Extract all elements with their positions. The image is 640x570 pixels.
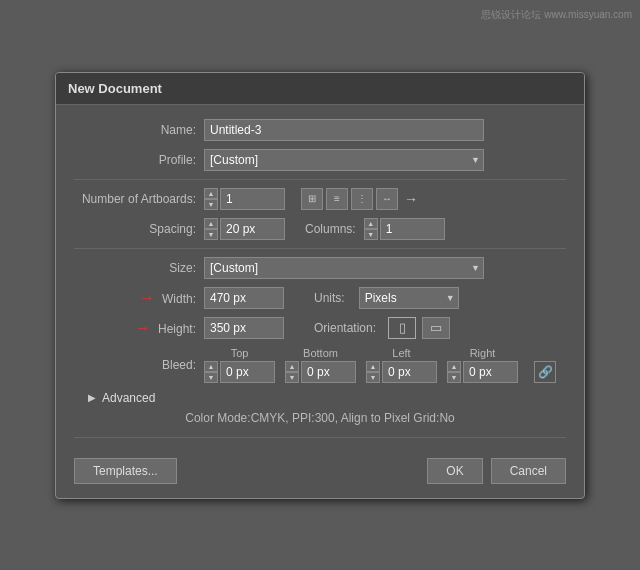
spacing-row: Spacing: ▲ ▼ Columns: ▲ ▼ (74, 218, 566, 240)
spacing-label: Spacing: (74, 222, 204, 236)
bleed-top-label: Top (231, 347, 249, 359)
size-label: Size: (74, 261, 204, 275)
spacing-spin-down[interactable]: ▼ (204, 229, 218, 240)
dialog-titlebar: New Document (56, 73, 584, 105)
bleed-top-up[interactable]: ▲ (204, 361, 218, 372)
artboard-row-icon[interactable]: ≡ (326, 188, 348, 210)
artboards-spin-up[interactable]: ▲ (204, 188, 218, 199)
bleed-top-input[interactable] (220, 361, 275, 383)
profile-row: Profile: [Custom] (74, 149, 566, 171)
columns-label: Columns: (305, 222, 356, 236)
separator-2 (74, 248, 566, 249)
artboards-spin-down[interactable]: ▼ (204, 199, 218, 210)
bleed-top-spinner: ▲ ▼ (204, 361, 275, 383)
bleed-left-group: Left ▲ ▼ (366, 347, 437, 383)
bleed-top-group: Top ▲ ▼ (204, 347, 275, 383)
bleed-lock-btn[interactable]: 🔗 (534, 361, 556, 383)
separator-1 (74, 179, 566, 180)
units-label: Units: (314, 291, 345, 305)
name-input[interactable] (204, 119, 484, 141)
bleed-bottom-up[interactable]: ▲ (285, 361, 299, 372)
artboard-arrange-icon[interactable]: ↔ (376, 188, 398, 210)
artboard-layout-icons: ⊞ ≡ ⋮ ↔ → (301, 188, 421, 210)
artboards-spin-btns: ▲ ▼ (204, 188, 218, 210)
artboards-row: Number of Artboards: ▲ ▼ ⊞ ≡ ⋮ ↔ → (74, 188, 566, 210)
advanced-row[interactable]: ▶ Advanced (88, 391, 566, 405)
artboard-grid-icon[interactable]: ⊞ (301, 188, 323, 210)
ok-button[interactable]: OK (427, 458, 482, 484)
bleed-left-input[interactable] (382, 361, 437, 383)
bleed-right-input[interactable] (463, 361, 518, 383)
bleed-bottom-input[interactable] (301, 361, 356, 383)
columns-spinner: ▲ ▼ (364, 218, 445, 240)
color-mode-text: Color Mode:CMYK, PPI:300, Align to Pixel… (185, 411, 454, 425)
profile-label: Profile: (74, 153, 204, 167)
height-row: → Height: Orientation: ▯ ▭ (74, 317, 566, 339)
spacing-input[interactable] (220, 218, 285, 240)
artboard-next-icon[interactable]: → (401, 191, 421, 207)
artboards-spinner: ▲ ▼ (204, 188, 285, 210)
bleed-left-up[interactable]: ▲ (366, 361, 380, 372)
bleed-row: Bleed: Top ▲ ▼ Bottom (74, 347, 566, 383)
orientation-landscape-btn[interactable]: ▭ (422, 317, 450, 339)
bleed-bottom-label: Bottom (303, 347, 338, 359)
orientation-portrait-btn[interactable]: ▯ (388, 317, 416, 339)
advanced-arrow-icon: ▶ (88, 392, 96, 403)
name-label: Name: (74, 123, 204, 137)
artboards-label: Number of Artboards: (74, 192, 204, 206)
advanced-label: Advanced (102, 391, 155, 405)
profile-select[interactable]: [Custom] (204, 149, 484, 171)
bleed-left-spinner: ▲ ▼ (366, 361, 437, 383)
artboards-input[interactable] (220, 188, 285, 210)
size-row: Size: [Custom] (74, 257, 566, 279)
width-label: → Width: (74, 289, 204, 307)
height-input[interactable] (204, 317, 284, 339)
bleed-label: Bleed: (74, 358, 204, 372)
units-section: Units: Pixels Inches Millimeters (314, 287, 459, 309)
units-select[interactable]: Pixels Inches Millimeters (359, 287, 459, 309)
columns-input[interactable] (380, 218, 445, 240)
units-select-wrapper: Pixels Inches Millimeters (359, 287, 459, 309)
size-select-wrapper: [Custom] (204, 257, 484, 279)
bleed-bottom-spinner: ▲ ▼ (285, 361, 356, 383)
spacing-spin-btns: ▲ ▼ (204, 218, 218, 240)
bleed-bottom-group: Bottom ▲ ▼ (285, 347, 356, 383)
footer-row: Templates... OK Cancel (56, 458, 584, 498)
bleed-left-label: Left (392, 347, 410, 359)
orientation-section: Orientation: ▯ ▭ (314, 317, 450, 339)
name-row: Name: (74, 119, 566, 141)
bleed-bottom-down[interactable]: ▼ (285, 372, 299, 383)
bleed-right-label: Right (470, 347, 496, 359)
bleed-right-down[interactable]: ▼ (447, 372, 461, 383)
bleed-right-spinner: ▲ ▼ (447, 361, 518, 383)
new-document-dialog: New Document Name: Profile: [Custom] Num… (55, 72, 585, 499)
columns-spin-up[interactable]: ▲ (364, 218, 378, 229)
footer-right-buttons: OK Cancel (427, 458, 566, 484)
columns-spin-btns: ▲ ▼ (364, 218, 378, 240)
spacing-spin-up[interactable]: ▲ (204, 218, 218, 229)
artboards-section: ▲ ▼ ⊞ ≡ ⋮ ↔ → (204, 188, 421, 210)
columns-spin-down[interactable]: ▼ (364, 229, 378, 240)
width-row: → Width: Units: Pixels Inches Millimeter… (74, 287, 566, 309)
cancel-button[interactable]: Cancel (491, 458, 566, 484)
size-select[interactable]: [Custom] (204, 257, 484, 279)
artboard-col-icon[interactable]: ⋮ (351, 188, 373, 210)
bleed-right-group: Right ▲ ▼ (447, 347, 518, 383)
color-mode-row: Color Mode:CMYK, PPI:300, Align to Pixel… (74, 411, 566, 425)
templates-button[interactable]: Templates... (74, 458, 177, 484)
watermark: 思锐设计论坛 www.missyuan.com (481, 8, 632, 22)
bleed-top-down[interactable]: ▼ (204, 372, 218, 383)
dialog-title: New Document (68, 81, 162, 96)
bleed-left-down[interactable]: ▼ (366, 372, 380, 383)
height-label: → Height: (74, 319, 204, 337)
bleed-fields: Top ▲ ▼ Bottom ▲ ▼ (204, 347, 556, 383)
footer-divider (74, 437, 566, 438)
bleed-right-up[interactable]: ▲ (447, 361, 461, 372)
spacing-spinner: ▲ ▼ (204, 218, 285, 240)
orientation-label: Orientation: (314, 321, 376, 335)
width-input[interactable] (204, 287, 284, 309)
